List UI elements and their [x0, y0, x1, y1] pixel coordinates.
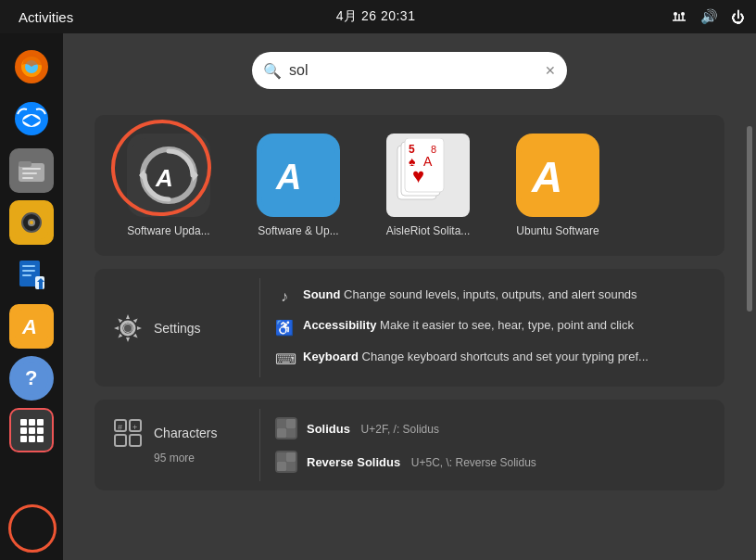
- volume-icon[interactable]: 🔊: [700, 8, 718, 25]
- top-bar: Activities 4月 26 20:31 🔊 ⏻: [0, 0, 756, 33]
- svg-rect-22: [22, 270, 35, 272]
- svg-rect-31: [37, 419, 44, 426]
- app-item-aisle-riot[interactable]: 5 ♠ A 8 ♥ AisleRiot Solita...: [372, 134, 484, 237]
- reverse-solidus-text: Reverse Solidus U+5C, \: Reverse Solidus: [307, 455, 536, 469]
- settings-row-accessibility[interactable]: ♿ Accessibility Make it easier to see, h…: [275, 314, 708, 340]
- dock-item-writer[interactable]: [9, 252, 54, 297]
- network-icon[interactable]: [671, 9, 687, 25]
- keyboard-icon: ⌨: [275, 350, 294, 368]
- characters-right: Solidus U+2F, /: Solidus Reverse Sol: [259, 409, 708, 481]
- apps-grid: A Software Upda... A Software & Up...: [113, 134, 706, 237]
- svg-text:+: +: [132, 423, 137, 432]
- power-icon[interactable]: ⏻: [731, 9, 745, 25]
- search-clear-button[interactable]: ✕: [545, 63, 556, 78]
- svg-rect-36: [29, 436, 35, 442]
- svg-rect-32: [20, 427, 27, 434]
- svg-rect-68: [277, 428, 286, 438]
- characters-section: # + Characters 95 more: [94, 400, 724, 490]
- svg-rect-66: [277, 419, 286, 428]
- svg-rect-67: [286, 419, 296, 428]
- settings-accessibility-text: Accessibility Make it easier to see, hea…: [303, 318, 634, 332]
- settings-keyboard-text: Keyboard Change keyboard shortcuts and s…: [303, 350, 649, 363]
- app-label-software-properties: Software & Up...: [258, 224, 338, 237]
- svg-rect-35: [20, 436, 27, 442]
- characters-more: 95 more: [154, 452, 195, 465]
- svg-rect-33: [29, 427, 35, 434]
- dock-item-rhythmbox[interactable]: [9, 200, 54, 245]
- svg-rect-30: [29, 419, 35, 426]
- sound-icon: ♪: [275, 288, 294, 305]
- svg-rect-29: [20, 419, 27, 426]
- settings-gear-icon: [111, 312, 145, 345]
- svg-text:A: A: [531, 153, 562, 201]
- characters-icon: # +: [111, 416, 145, 450]
- dock-item-help[interactable]: ?: [9, 356, 54, 401]
- svg-text:A: A: [275, 158, 301, 197]
- characters-icon-label: # + Characters: [111, 416, 217, 450]
- settings-sound-text: Sound Change sound levels, inputs, outpu…: [303, 287, 637, 301]
- svg-text:A: A: [21, 315, 37, 338]
- accessibility-icon: ♿: [275, 319, 294, 337]
- search-container: 🔍 sol ✕: [252, 52, 567, 89]
- svg-rect-72: [286, 452, 296, 462]
- svg-point-1: [681, 12, 685, 16]
- svg-rect-62: [130, 435, 141, 446]
- activities-button[interactable]: Activities: [11, 7, 81, 27]
- dock-item-thunderbird[interactable]: [9, 96, 54, 141]
- svg-text:A: A: [155, 164, 173, 192]
- settings-right: ♪ Sound Change sound levels, inputs, out…: [259, 278, 708, 377]
- characters-title: Characters: [154, 426, 217, 440]
- svg-point-0: [674, 12, 677, 16]
- settings-section: Settings ♪ Sound Change sound levels, in…: [94, 269, 724, 387]
- app-label-aisle-riot: AisleRiot Solita...: [386, 224, 471, 237]
- app-item-software-updater[interactable]: A Software Upda...: [113, 134, 224, 237]
- svg-rect-13: [22, 168, 41, 170]
- svg-rect-23: [22, 274, 32, 276]
- scrollbar[interactable]: [747, 126, 752, 312]
- svg-text:A: A: [423, 154, 433, 169]
- apps-section: A Software Upda... A Software & Up...: [94, 115, 724, 256]
- dock-item-firefox[interactable]: [9, 45, 54, 89]
- top-bar-left: Activities: [11, 7, 81, 27]
- solidus-char-icon: [275, 417, 297, 439]
- dock: A ?: [0, 33, 63, 560]
- dock-item-grid[interactable]: [9, 408, 54, 452]
- svg-point-19: [30, 221, 33, 224]
- settings-row-sound[interactable]: ♪ Sound Change sound levels, inputs, out…: [275, 284, 708, 309]
- top-bar-right: 🔊 ⏻: [671, 8, 745, 25]
- svg-rect-71: [277, 452, 286, 462]
- svg-text:?: ?: [25, 366, 37, 389]
- svg-rect-69: [286, 428, 296, 438]
- search-icon: 🔍: [263, 62, 282, 80]
- app-label-software-updater: Software Upda...: [127, 224, 209, 237]
- solidus-text: Solidus U+2F, /: Solidus: [307, 422, 439, 436]
- svg-rect-61: [115, 435, 126, 446]
- app-item-ubuntu-software[interactable]: A Ubuntu Software: [502, 134, 613, 237]
- app-item-software-properties[interactable]: A Software & Up...: [243, 134, 354, 237]
- settings-left: Settings: [111, 278, 259, 377]
- settings-row-keyboard[interactable]: ⌨ Keyboard Change keyboard shortcuts and…: [275, 346, 708, 372]
- svg-rect-34: [37, 427, 44, 434]
- svg-rect-14: [22, 172, 37, 174]
- svg-text:#: #: [118, 423, 122, 432]
- svg-rect-74: [286, 462, 296, 471]
- svg-rect-37: [37, 436, 44, 442]
- char-row-solidus[interactable]: Solidus U+2F, /: Solidus: [275, 414, 708, 442]
- app-label-ubuntu-software: Ubuntu Software: [516, 224, 598, 237]
- svg-rect-12: [19, 161, 32, 167]
- svg-point-58: [124, 325, 132, 332]
- dock-item-files[interactable]: [9, 148, 54, 193]
- main-content: 🔍 sol ✕: [63, 33, 756, 560]
- svg-text:8: 8: [431, 144, 436, 155]
- svg-rect-21: [22, 265, 35, 267]
- svg-rect-15: [22, 177, 33, 179]
- reverse-solidus-char-icon: [275, 451, 297, 473]
- dock-item-appstore[interactable]: A: [9, 304, 54, 349]
- svg-rect-73: [277, 462, 286, 471]
- datetime-display: 4月 26 20:31: [336, 8, 416, 25]
- char-row-reverse-solidus[interactable]: Reverse Solidus U+5C, \: Reverse Solidus: [275, 448, 708, 476]
- characters-left: # + Characters 95 more: [111, 409, 259, 481]
- search-query: sol: [289, 62, 537, 79]
- svg-text:♥: ♥: [412, 164, 424, 187]
- search-bar[interactable]: 🔍 sol ✕: [252, 52, 567, 89]
